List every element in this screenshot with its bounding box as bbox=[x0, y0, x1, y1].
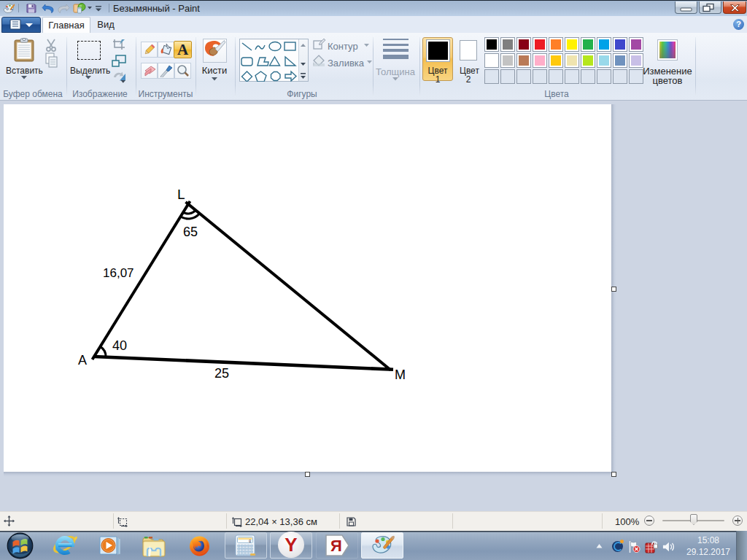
svg-text:0: 0 bbox=[249, 539, 251, 544]
svg-text:Я: Я bbox=[330, 537, 342, 555]
